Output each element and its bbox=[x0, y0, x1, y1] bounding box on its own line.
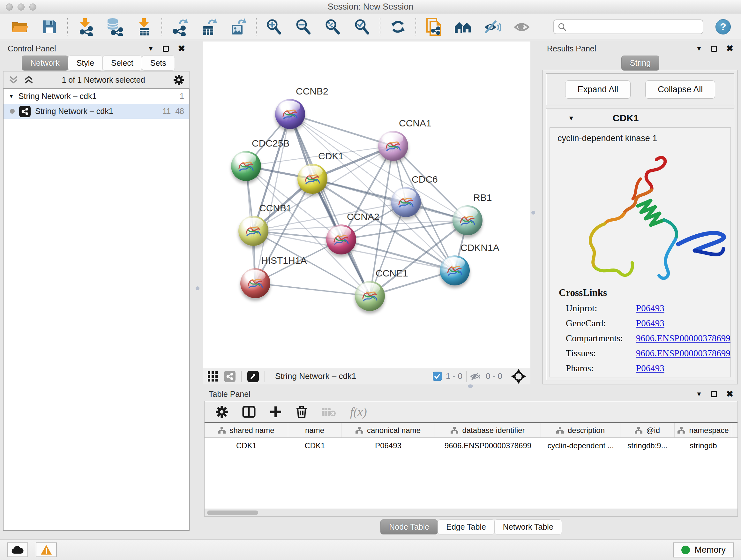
export-image-icon[interactable] bbox=[229, 17, 248, 36]
network-row-selected[interactable]: String Network – cdk1 11 48 bbox=[3, 104, 189, 119]
help-button[interactable]: ? bbox=[716, 19, 731, 35]
import-network-file-icon[interactable] bbox=[76, 17, 94, 36]
network-node-ccna2[interactable] bbox=[326, 225, 356, 254]
control-panel-menu-icon[interactable]: ▼ bbox=[148, 45, 154, 52]
expand-all-button[interactable]: Expand All bbox=[565, 80, 631, 99]
table-cell[interactable]: P06493 bbox=[341, 438, 435, 454]
network-node-cdc25b[interactable] bbox=[231, 151, 261, 181]
tab-edge-table[interactable]: Edge Table bbox=[437, 519, 495, 535]
column-header-name[interactable]: name bbox=[288, 423, 341, 437]
table-panel-menu-icon[interactable]: ▼ bbox=[696, 391, 702, 397]
node-details-expander-icon[interactable]: ▼ bbox=[568, 115, 575, 121]
hide-selected-eye-icon[interactable] bbox=[483, 17, 502, 36]
network-share-icon[interactable] bbox=[224, 371, 235, 382]
tab-string[interactable]: String bbox=[621, 56, 659, 71]
network-node-rb1[interactable] bbox=[453, 205, 482, 235]
table-horizontal-scrollbar[interactable] bbox=[205, 509, 738, 516]
detach-view-icon[interactable] bbox=[247, 371, 259, 382]
column-header--id[interactable]: @id bbox=[620, 423, 675, 437]
crosslink-value-link[interactable]: P06493 bbox=[636, 318, 664, 328]
grid-view-icon[interactable] bbox=[207, 371, 218, 382]
zoom-in-icon[interactable] bbox=[265, 17, 283, 36]
crosslink-value-link[interactable]: 9606.ENSP00000378699 bbox=[636, 333, 731, 344]
search-input[interactable] bbox=[569, 22, 699, 32]
search-field[interactable] bbox=[553, 19, 703, 34]
network-canvas[interactable]: CCNB2 CCNA1 CDC25B CDK1 CDC6 bbox=[203, 42, 530, 368]
horizontal-splitter-handle[interactable] bbox=[468, 384, 473, 388]
network-node-ccna1[interactable] bbox=[378, 131, 408, 161]
zoom-selected-icon[interactable] bbox=[353, 17, 372, 36]
expand-all-icon[interactable] bbox=[24, 75, 33, 84]
column-header-database-identifier[interactable]: database identifier bbox=[435, 423, 541, 437]
collapse-all-button[interactable]: Collapse All bbox=[645, 80, 715, 99]
results-panel-menu-icon[interactable]: ▼ bbox=[696, 45, 702, 52]
import-network-database-icon[interactable] bbox=[105, 17, 124, 36]
warnings-button[interactable] bbox=[36, 543, 57, 557]
column-header-canonical-name[interactable]: canonical name bbox=[341, 423, 435, 437]
tab-select[interactable]: Select bbox=[103, 56, 142, 71]
network-node-cdc6[interactable] bbox=[391, 187, 421, 217]
export-table-icon[interactable] bbox=[200, 17, 218, 36]
cloud-button[interactable] bbox=[7, 543, 28, 557]
memory-button[interactable]: Memory bbox=[673, 543, 734, 557]
results-panel-float-icon[interactable] bbox=[711, 46, 717, 52]
close-window-button[interactable] bbox=[6, 3, 13, 10]
network-options-gear-icon[interactable] bbox=[173, 74, 184, 85]
crosslink-value-link[interactable]: P06493 bbox=[636, 303, 664, 314]
zoom-window-button[interactable] bbox=[29, 3, 37, 10]
table-settings-gear-icon[interactable] bbox=[215, 406, 228, 418]
show-all-eye-icon[interactable] bbox=[513, 17, 531, 36]
import-table-file-icon[interactable] bbox=[135, 17, 153, 36]
scrollbar-thumb[interactable] bbox=[207, 510, 258, 515]
column-header-namespace[interactable]: namespace bbox=[675, 423, 732, 437]
network-node-cdkn1a[interactable] bbox=[440, 255, 470, 286]
minimize-window-button[interactable] bbox=[17, 3, 24, 10]
network-collection-row[interactable]: ▼ String Network – cdk1 1 bbox=[3, 89, 189, 104]
network-node-ccnb1[interactable] bbox=[239, 216, 268, 246]
open-session-icon[interactable] bbox=[11, 17, 29, 36]
table-cell[interactable]: 9606.ENSP00000378699 bbox=[435, 438, 541, 454]
table-cell[interactable]: CDK1 bbox=[288, 438, 341, 454]
zoom-out-icon[interactable] bbox=[294, 17, 313, 36]
network-edge[interactable] bbox=[290, 114, 393, 146]
table-panel-close-icon[interactable]: ✖ bbox=[726, 390, 733, 398]
tab-style[interactable]: Style bbox=[68, 56, 103, 71]
network-node-ccnb2[interactable] bbox=[275, 99, 305, 129]
column-header-shared-name[interactable]: shared name bbox=[205, 423, 288, 437]
split-columns-icon[interactable] bbox=[242, 406, 256, 418]
node-details-header[interactable]: ▼ CDK1 bbox=[546, 109, 734, 127]
table-cell[interactable]: CDK1 bbox=[205, 438, 288, 454]
add-column-plus-icon[interactable] bbox=[270, 406, 282, 418]
crosslink-value-link[interactable]: P06493 bbox=[636, 363, 664, 374]
tab-network-table[interactable]: Network Table bbox=[494, 519, 562, 535]
network-node-ccne1[interactable] bbox=[355, 281, 385, 311]
export-network-icon[interactable] bbox=[171, 17, 189, 36]
delete-column-trash-icon[interactable] bbox=[296, 406, 307, 418]
zoom-fit-icon[interactable] bbox=[324, 17, 342, 36]
table-cell[interactable]: stringdb:9... bbox=[620, 438, 675, 454]
tab-network[interactable]: Network bbox=[22, 56, 68, 71]
selected-checkbox-icon[interactable] bbox=[433, 372, 442, 381]
network-node-hist1h1a[interactable] bbox=[240, 268, 270, 298]
crosslink-value-link[interactable]: 9606.ENSP00000378699 bbox=[636, 348, 731, 359]
birdseye-crosshair-icon[interactable] bbox=[511, 369, 526, 384]
right-splitter-handle[interactable] bbox=[531, 211, 535, 214]
results-panel-close-icon[interactable]: ✖ bbox=[726, 44, 733, 53]
tab-node-table[interactable]: Node Table bbox=[381, 519, 438, 535]
collapse-all-icon[interactable] bbox=[9, 75, 18, 84]
left-splitter-handle[interactable] bbox=[196, 287, 199, 290]
control-panel-float-icon[interactable] bbox=[163, 46, 169, 52]
save-session-icon[interactable] bbox=[40, 17, 59, 36]
network-edge[interactable] bbox=[255, 283, 370, 296]
table-cell[interactable]: cyclin-dependent ... bbox=[541, 438, 620, 454]
network-edge[interactable] bbox=[290, 114, 370, 296]
copy-style-icon[interactable] bbox=[424, 17, 443, 36]
first-neighbors-icon[interactable] bbox=[454, 17, 472, 36]
tab-sets[interactable]: Sets bbox=[142, 56, 175, 71]
collection-expander-icon[interactable]: ▼ bbox=[9, 94, 14, 99]
column-header-description[interactable]: description bbox=[541, 423, 620, 437]
table-cell[interactable]: stringdb bbox=[675, 438, 732, 454]
refresh-icon[interactable] bbox=[389, 17, 407, 36]
network-node-cdk1[interactable] bbox=[297, 164, 327, 194]
control-panel-close-icon[interactable]: ✖ bbox=[178, 44, 185, 53]
